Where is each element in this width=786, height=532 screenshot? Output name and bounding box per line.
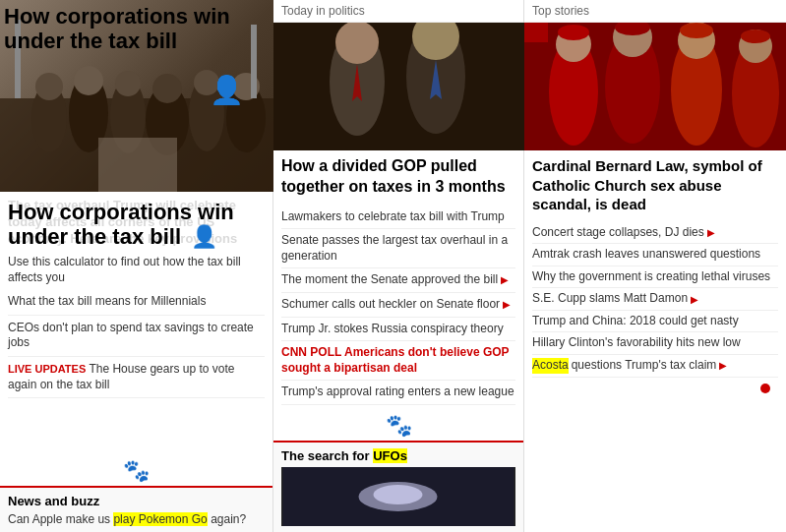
news-buzz-highlight: play Pokemon Go	[113, 512, 207, 526]
play-icon-6: ▶	[719, 359, 727, 372]
right-story-5[interactable]: Hillary Clinton's favorability hits new …	[532, 332, 778, 355]
news-buzz-title: News and buzz	[8, 494, 265, 508]
news-buzz-text-before: Can Apple make us	[8, 512, 113, 526]
paw-decoration-mid: 🐾	[273, 411, 523, 441]
svg-point-7	[35, 73, 63, 100]
svg-rect-41	[524, 23, 786, 150]
mid-image	[273, 23, 524, 150]
left-link-2[interactable]: CEOs don't plan to spend tax savings to …	[8, 321, 265, 357]
right-column: Top stories	[524, 0, 786, 532]
svg-point-9	[115, 71, 141, 96]
right-header: Top stories	[524, 0, 786, 23]
right-story-2[interactable]: Why the government is creating lethal vi…	[532, 266, 778, 289]
hero-section: 👤 How corporations win under the tax bil…	[0, 0, 272, 192]
news-buzz-text-after: again?	[208, 512, 246, 526]
right-story-6[interactable]: Acosta questions Trump's tax claim ▶	[532, 355, 778, 378]
ufo-image	[281, 467, 515, 526]
overlay-title: How corporations win under the tax bill …	[0, 196, 272, 254]
left-link-1[interactable]: What the tax bill means for Millennials	[8, 294, 265, 316]
mid-header: Today in politics	[273, 0, 523, 23]
red-dot-decoration	[532, 378, 778, 400]
svg-point-8	[74, 66, 103, 95]
svg-rect-23	[273, 23, 524, 150]
arrow-icon-3: ▶	[503, 299, 511, 310]
decoration-icon-1: 👤	[210, 74, 244, 106]
svg-point-10	[152, 74, 182, 103]
right-story-list: Concert stage collapses, DJ dies ▶ Amtra…	[532, 222, 778, 378]
mid-story-5[interactable]: CNN POLL Americans don't believe GOP sou…	[281, 341, 515, 381]
mid-story-6[interactable]: Trump's approval rating enters a new lea…	[281, 381, 515, 405]
right-main-title[interactable]: Cardinal Bernard Law, symbol of Catholic…	[532, 156, 778, 214]
left-description: Use this calculator to find out how the …	[8, 254, 265, 287]
svg-point-26	[374, 485, 423, 504]
news-buzz-content: Can Apple make us play Pokemon Go again?	[8, 512, 265, 526]
right-image	[524, 23, 786, 150]
mid-story-4[interactable]: Trump Jr. stokes Russia conspiracy theor…	[281, 318, 515, 342]
right-story-1[interactable]: Amtrak crash leaves unanswered questions	[532, 244, 778, 266]
news-buzz-section: News and buzz Can Apple make us play Pok…	[0, 486, 272, 532]
acosta-highlight: Acosta	[532, 358, 569, 374]
ufo-section: The search for UFOs	[273, 441, 523, 532]
play-icon-3: ▶	[691, 293, 698, 306]
mid-story-3[interactable]: Schumer calls out heckler on Senate floo…	[281, 293, 515, 318]
right-story-0[interactable]: Concert stage collapses, DJ dies ▶	[532, 222, 778, 245]
svg-rect-13	[98, 138, 177, 192]
right-story-6-text: questions Trump's tax claim	[572, 358, 717, 374]
ufo-title: The search for UFOs	[281, 448, 515, 463]
hero-title: How corporations win under the tax bill	[4, 4, 269, 54]
play-icon-0: ▶	[707, 226, 715, 239]
right-story-4[interactable]: Trump and China: 2018 could get nasty	[532, 311, 778, 333]
mid-main-title[interactable]: How a divided GOP pulled together on tax…	[281, 156, 515, 198]
mid-column: Today in politics How a divided GOP pull…	[273, 0, 524, 532]
mid-story-0[interactable]: Lawmakers to celebrate tax bill with Tru…	[281, 206, 515, 230]
mid-body: How a divided GOP pulled together on tax…	[273, 150, 523, 411]
right-body: Cardinal Bernard Law, symbol of Catholic…	[524, 150, 786, 406]
ufo-highlight: UFOs	[373, 448, 407, 463]
mid-story-list: Lawmakers to celebrate tax bill with Tru…	[281, 206, 515, 405]
paw-decoration: 🐾	[0, 456, 272, 486]
left-column: 👤 How corporations win under the tax bil…	[0, 0, 273, 532]
left-link-live[interactable]: LIVE UPDATES The House gears up to vote …	[8, 362, 265, 398]
mid-story-2[interactable]: The moment the Senate approved the bill …	[281, 268, 515, 293]
arrow-icon-2: ▶	[501, 274, 509, 285]
mid-story-1[interactable]: Senate passes the largest tax overhaul i…	[281, 229, 515, 268]
live-updates-badge: LIVE UPDATES	[8, 363, 86, 375]
right-story-3[interactable]: S.E. Cupp slams Matt Damon ▶	[532, 288, 778, 311]
red-dot-icon	[760, 384, 770, 393]
